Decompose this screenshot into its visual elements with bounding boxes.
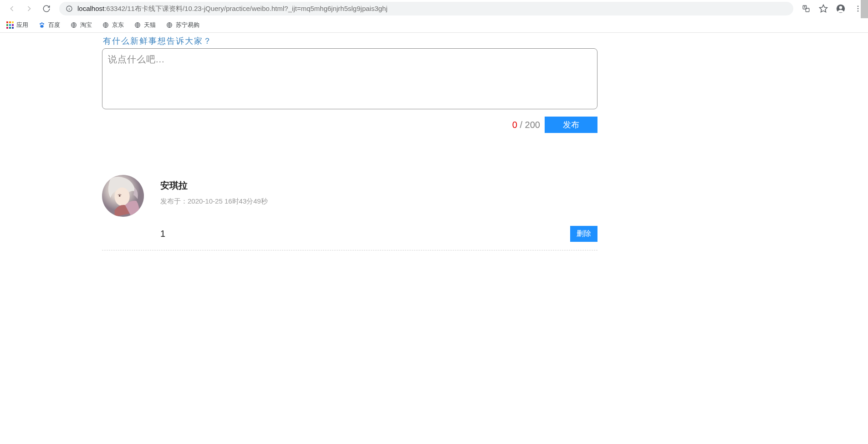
svg-point-11 [40, 23, 41, 24]
post-body: 安琪拉 发布于：2020-10-25 16时43分49秒 1 删除 [160, 175, 597, 242]
bookmark-label: 天猫 [144, 21, 156, 29]
bookmark-label: 苏宁易购 [176, 21, 199, 29]
globe-icon [70, 21, 77, 29]
globe-icon [134, 21, 141, 29]
bookmark-tmall[interactable]: 天猫 [134, 21, 156, 29]
post-item: 安琪拉 发布于：2020-10-25 16时43分49秒 1 删除 [102, 175, 597, 250]
site-info-icon[interactable] [66, 5, 73, 12]
svg-point-14 [40, 25, 43, 27]
url-text: localhost:63342/11布卡线下课资料/10.23-jQuery/p… [77, 5, 388, 13]
globe-icon [166, 21, 173, 29]
bookmark-label: 京东 [112, 21, 124, 29]
bookmark-suning[interactable]: 苏宁易购 [166, 21, 199, 29]
svg-marker-5 [820, 5, 827, 12]
url-path: :63342/11布卡线下课资料/10.23-jQuery/practice/w… [104, 5, 388, 12]
bookmark-jd[interactable]: 京东 [102, 21, 124, 29]
post-textarea[interactable]: 说点什么吧... [102, 48, 597, 109]
composer-title: 有什么新鲜事想告诉大家？ [103, 36, 597, 46]
back-icon[interactable] [7, 4, 16, 13]
page-content: 有什么新鲜事想告诉大家？ 说点什么吧... 0 / 200 发布 [0, 33, 868, 250]
publish-button[interactable]: 发布 [545, 117, 597, 133]
post-author: 安琪拉 [160, 179, 597, 192]
textarea-placeholder: 说点什么吧... [108, 53, 592, 66]
toolbar-right-icons [802, 4, 864, 13]
post-content-row: 1 删除 [160, 226, 597, 242]
paw-icon [38, 21, 46, 29]
svg-point-21 [119, 195, 121, 197]
content-wrapper: 有什么新鲜事想告诉大家？ 说点什么吧... 0 / 200 发布 [102, 36, 597, 250]
browser-chrome: localhost:63342/11布卡线下课资料/10.23-jQuery/p… [0, 0, 868, 33]
svg-point-13 [43, 23, 44, 24]
svg-point-9 [858, 8, 859, 10]
svg-point-10 [858, 10, 859, 12]
delete-button[interactable]: 删除 [570, 226, 597, 242]
bookmark-label: 应用 [16, 21, 28, 29]
bookmark-label: 淘宝 [80, 21, 92, 29]
reload-icon[interactable] [42, 4, 51, 13]
posts-list: 安琪拉 发布于：2020-10-25 16时43分49秒 1 删除 [102, 175, 597, 250]
post-timestamp: 发布于：2020-10-25 16时43分49秒 [160, 197, 597, 206]
forward-icon[interactable] [25, 4, 34, 13]
profile-icon[interactable] [836, 4, 845, 13]
composer: 说点什么吧... 0 / 200 发布 [102, 48, 597, 133]
translate-icon[interactable] [802, 4, 811, 13]
bookmark-label: 百度 [48, 21, 60, 29]
char-count: 0 [512, 120, 517, 130]
url-host: localhost [77, 5, 104, 12]
avatar [102, 175, 144, 217]
char-max: / 200 [517, 120, 540, 130]
bookmark-baidu[interactable]: 百度 [38, 21, 60, 29]
svg-point-12 [41, 22, 42, 24]
composer-footer: 0 / 200 发布 [102, 117, 597, 133]
bookmark-taobao[interactable]: 淘宝 [70, 21, 92, 29]
bookmarks-bar: 应用 百度 淘宝 京东 天猫 [0, 17, 868, 33]
star-icon[interactable] [819, 4, 828, 13]
bookmark-apps[interactable]: 应用 [6, 21, 28, 29]
apps-icon [6, 21, 14, 29]
nav-icons [4, 4, 51, 13]
nav-row: localhost:63342/11布卡线下课资料/10.23-jQuery/p… [0, 0, 868, 17]
address-bar[interactable]: localhost:63342/11布卡线下课资料/10.23-jQuery/p… [59, 2, 793, 15]
char-counter: 0 / 200 [512, 120, 540, 130]
globe-icon [102, 21, 109, 29]
svg-point-7 [839, 6, 842, 9]
scrollbar-thumb[interactable] [861, 0, 868, 18]
svg-point-20 [115, 188, 130, 206]
svg-point-8 [858, 5, 859, 7]
post-content: 1 [160, 229, 165, 239]
